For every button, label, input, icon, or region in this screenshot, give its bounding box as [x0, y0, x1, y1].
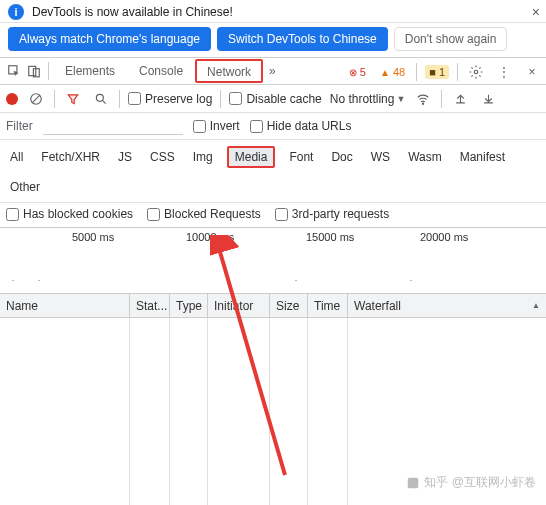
throttling-dropdown[interactable]: No throttling ▼: [330, 92, 406, 106]
col-size-label: Size: [276, 299, 299, 313]
type-font[interactable]: Font: [285, 148, 317, 166]
network-toolbar: Preserve log Disable cache No throttling…: [0, 85, 546, 113]
extra-filter-row: Has blocked cookies Blocked Requests 3rd…: [0, 203, 546, 228]
disable-cache-checkbox[interactable]: Disable cache: [229, 92, 321, 106]
watermark: 知乎 @互联网小虾卷: [406, 474, 536, 491]
svg-point-6: [96, 94, 103, 101]
col-status[interactable]: Stat...: [130, 294, 170, 317]
infobar-title: DevTools is now available in Chinese!: [32, 5, 233, 19]
request-table-header: Name Stat... Type Initiator Size Time Wa…: [0, 294, 546, 318]
more-tabs-icon[interactable]: »: [263, 64, 282, 78]
filter-input[interactable]: [43, 117, 183, 135]
dismiss-button[interactable]: Don't show again: [394, 27, 508, 51]
hide-data-label: Hide data URLs: [267, 119, 352, 133]
kebab-menu-icon[interactable]: ⋮: [494, 62, 514, 82]
timeline-tick-3: 15000 ms: [306, 231, 354, 243]
filter-label: Filter: [6, 119, 33, 133]
col-type[interactable]: Type: [170, 294, 208, 317]
warning-count-badge[interactable]: ▲ 48: [377, 66, 408, 78]
type-doc[interactable]: Doc: [327, 148, 356, 166]
network-conditions-icon[interactable]: [413, 89, 433, 109]
type-css[interactable]: CSS: [146, 148, 179, 166]
col-initiator[interactable]: Initiator: [208, 294, 270, 317]
svg-rect-1: [29, 66, 36, 75]
issues-badge[interactable]: ■ 1: [425, 65, 449, 79]
tab-elements[interactable]: Elements: [53, 58, 127, 84]
record-button[interactable]: [6, 93, 18, 105]
timeline-mark: [410, 280, 412, 281]
type-ws[interactable]: WS: [367, 148, 394, 166]
error-count-badge[interactable]: ⊗ 5: [346, 66, 369, 78]
close-icon[interactable]: ×: [532, 4, 540, 20]
timeline-tick-2: 10000 ms: [186, 231, 234, 243]
col-time-label: Time: [314, 299, 340, 313]
switch-language-button[interactable]: Switch DevTools to Chinese: [217, 27, 388, 51]
col-size[interactable]: Size: [270, 294, 308, 317]
blocked-requests-label: Blocked Requests: [164, 207, 261, 221]
body-col-type: [170, 318, 208, 505]
type-manifest[interactable]: Manifest: [456, 148, 509, 166]
svg-point-3: [474, 70, 478, 74]
type-js[interactable]: JS: [114, 148, 136, 166]
blocked-requests-checkbox[interactable]: Blocked Requests: [147, 207, 261, 221]
search-icon[interactable]: [91, 89, 111, 109]
disable-cache-label: Disable cache: [246, 92, 321, 106]
body-col-time: [308, 318, 348, 505]
export-har-icon[interactable]: [478, 89, 498, 109]
sort-indicator-icon: ▲: [532, 301, 540, 310]
resource-type-row: All Fetch/XHR JS CSS Img Media Font Doc …: [0, 140, 546, 203]
separator: [119, 90, 120, 108]
main-tabs: Elements Console Network » ⊗ 5 ▲ 48 ■ 1 …: [0, 57, 546, 85]
preserve-log-label: Preserve log: [145, 92, 212, 106]
timeline-mark: [12, 280, 14, 281]
separator: [441, 90, 442, 108]
col-name[interactable]: Name: [0, 294, 130, 317]
separator: [54, 90, 55, 108]
type-media[interactable]: Media: [227, 146, 276, 168]
preserve-log-checkbox[interactable]: Preserve log: [128, 92, 212, 106]
body-col-initiator: [208, 318, 270, 505]
separator: [220, 90, 221, 108]
col-status-label: Stat...: [136, 299, 167, 313]
timeline-mark: [295, 280, 297, 281]
type-other[interactable]: Other: [6, 178, 44, 196]
import-har-icon[interactable]: [450, 89, 470, 109]
body-col-name: [0, 318, 130, 505]
zhihu-icon: [406, 476, 420, 490]
infobar-buttons: Always match Chrome's language Switch De…: [0, 23, 546, 57]
tab-console[interactable]: Console: [127, 58, 195, 84]
warning-count: 48: [393, 66, 405, 78]
col-initiator-label: Initiator: [214, 299, 253, 313]
filter-row: Filter Invert Hide data URLs: [0, 113, 546, 140]
type-img[interactable]: Img: [189, 148, 217, 166]
invert-label: Invert: [210, 119, 240, 133]
col-name-label: Name: [6, 299, 38, 313]
infobar: i DevTools is now available in Chinese! …: [0, 0, 546, 23]
settings-gear-icon[interactable]: [466, 62, 486, 82]
match-language-button[interactable]: Always match Chrome's language: [8, 27, 211, 51]
filter-icon[interactable]: [63, 89, 83, 109]
separator: [457, 63, 458, 81]
clear-icon[interactable]: [26, 89, 46, 109]
type-fetch[interactable]: Fetch/XHR: [37, 148, 104, 166]
hide-data-urls-checkbox[interactable]: Hide data URLs: [250, 119, 352, 133]
svg-line-5: [32, 94, 40, 102]
inspect-icon[interactable]: [4, 58, 24, 84]
timeline-overview[interactable]: 5000 ms 10000 ms 15000 ms 20000 ms: [0, 228, 546, 294]
issues-count: 1: [439, 66, 445, 78]
third-party-checkbox[interactable]: 3rd-party requests: [275, 207, 389, 221]
svg-rect-10: [408, 477, 419, 488]
body-col-size: [270, 318, 308, 505]
blocked-cookies-checkbox[interactable]: Has blocked cookies: [6, 207, 133, 221]
col-waterfall-label: Waterfall: [354, 299, 401, 313]
close-devtools-icon[interactable]: ×: [522, 62, 542, 82]
svg-point-8: [423, 103, 424, 104]
col-time[interactable]: Time: [308, 294, 348, 317]
type-wasm[interactable]: Wasm: [404, 148, 446, 166]
col-waterfall[interactable]: Waterfall▲: [348, 294, 546, 317]
type-all[interactable]: All: [6, 148, 27, 166]
tab-network[interactable]: Network: [195, 59, 263, 83]
device-toggle-icon[interactable]: [24, 58, 44, 84]
invert-checkbox[interactable]: Invert: [193, 119, 240, 133]
timeline-tick-4: 20000 ms: [420, 231, 468, 243]
